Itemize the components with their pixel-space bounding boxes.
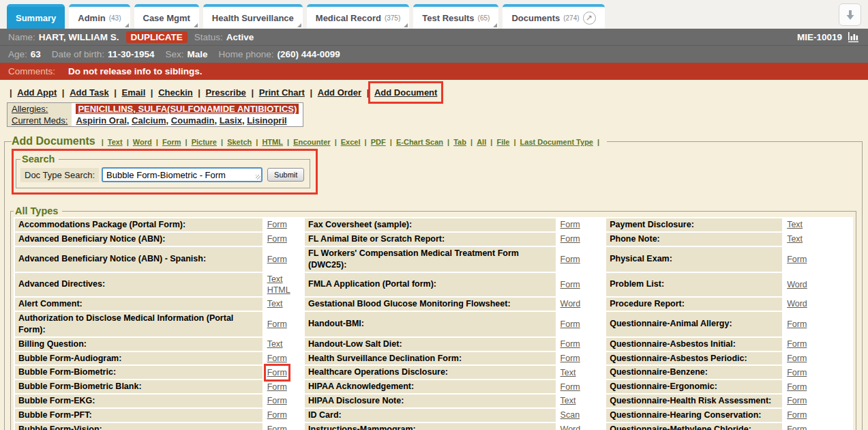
doc-type-label: Questionnaire-Ergonomic: <box>606 380 782 393</box>
tab-dropdown-caret-icon[interactable] <box>297 23 301 27</box>
payment-disclosure-text-link[interactable]: Text <box>787 219 803 230</box>
med-link-coumadin[interactable]: Coumadin <box>171 115 215 126</box>
doc-type-link-picture[interactable]: Picture <box>192 138 217 146</box>
tab-dropdown-caret-icon[interactable] <box>404 23 408 27</box>
add-appt-link[interactable]: Add Appt <box>17 87 57 98</box>
handout-low-salt-diet-form-link[interactable]: Form <box>560 339 580 349</box>
email-link[interactable]: Email <box>122 87 146 98</box>
instructions-mammogram-word-link[interactable]: Word <box>560 424 581 430</box>
add-document-link[interactable]: Add Document <box>374 87 437 98</box>
phone-note-text-link[interactable]: Text <box>787 233 803 244</box>
med-link-calcium[interactable]: Calcium <box>132 115 166 126</box>
healthcare-operations-disclosure-text-link[interactable]: Text <box>560 367 576 378</box>
doc-type-link-pdf[interactable]: PDF <box>371 138 386 146</box>
table-row: Bubble Form-Vision:FormInstructions-Mamm… <box>15 423 852 430</box>
doc-type-link-html[interactable]: HTML <box>262 138 283 146</box>
questionnaire-health-risk-assessment-form-link[interactable]: Form <box>787 395 807 406</box>
doc-type-link-word[interactable]: Word <box>133 138 152 146</box>
allergy-value-link[interactable]: PENICILLINS, SULFA(SULFONAMIDE ANTIBIOTI… <box>76 104 299 114</box>
print-chart-link[interactable]: Print Chart <box>259 87 305 98</box>
doc-type-link-e-chart-scan[interactable]: E-Chart Scan <box>396 138 443 146</box>
tab-dropdown-caret-icon[interactable] <box>125 23 129 27</box>
med-link-lasix[interactable]: Lasix <box>220 115 242 126</box>
prescribe-link[interactable]: Prescribe <box>206 87 246 98</box>
fl-animal-bite-or-scratch-report-form-link[interactable]: Form <box>560 233 580 244</box>
doc-type-link-cell: Form <box>557 247 605 272</box>
tab-dropdown-caret-icon[interactable] <box>493 23 497 27</box>
annotation-box-search: Search Doc Type Search: Submit <box>12 149 318 195</box>
doc-type-label: Bubble Form-EKG: <box>15 395 263 407</box>
add-order-link[interactable]: Add Order <box>318 87 361 98</box>
doc-type-link-form[interactable]: Form <box>162 138 181 146</box>
advanced-directives-text-link[interactable]: Text <box>267 274 300 285</box>
resize-grip-icon[interactable] <box>256 175 260 180</box>
alert-comment-text-link[interactable]: Text <box>267 298 283 309</box>
bubble-form-audiogram-form-link[interactable]: Form <box>267 353 287 364</box>
external-link-icon[interactable]: ↗ <box>583 12 596 25</box>
fmla-application-portal-form-form-link[interactable]: Form <box>560 279 580 290</box>
doc-type-link-all[interactable]: All <box>477 138 486 146</box>
hipaa-disclosure-note-text-link[interactable]: Text <box>560 395 576 406</box>
tab-test-results[interactable]: Test Results(65) <box>413 4 498 29</box>
tab-case-mgmt[interactable]: Case Mgmt <box>134 4 199 29</box>
doc-type-link-excel[interactable]: Excel <box>341 138 361 146</box>
questionnaire-asbestos-periodic-form-link[interactable]: Form <box>787 353 807 364</box>
bubble-form-vision-form-link[interactable]: Form <box>267 424 287 430</box>
doc-type-label: Fax Coversheet (sample): <box>305 218 556 231</box>
med-link-aspirin-oral[interactable]: Aspirin Oral <box>76 115 126 126</box>
advanced-beneficiary-notice-abn-spanish-form-link[interactable]: Form <box>267 254 287 265</box>
doc-type-search-input[interactable] <box>102 167 263 182</box>
tab-summary[interactable]: Summary <box>7 4 65 29</box>
doc-type-link-text[interactable]: Text <box>108 138 123 146</box>
hipaa-acknowledgement-form-link[interactable]: Form <box>560 382 580 392</box>
bubble-form-ekg-form-link[interactable]: Form <box>267 395 287 406</box>
doc-type-link-sketch[interactable]: Sketch <box>227 138 252 146</box>
fax-coversheet-sample-form-link[interactable]: Form <box>560 219 580 230</box>
handout-bmi-form-link[interactable]: Form <box>560 319 580 330</box>
doc-type-link-tab[interactable]: Tab <box>453 138 466 146</box>
advanced-beneficiary-notice-abn-form-link[interactable]: Form <box>267 233 287 244</box>
bubble-form-biometric-form-link[interactable]: Form <box>267 367 287 378</box>
id-card-scan-link[interactable]: Scan <box>560 410 580 420</box>
allergies-link[interactable]: Allergies: <box>12 104 48 114</box>
doc-type-link-file[interactable]: File <box>496 138 509 146</box>
bubble-form-biometric-blank-form-link[interactable]: Form <box>267 382 287 392</box>
procedure-report-word-link[interactable]: Word <box>787 298 807 309</box>
billing-question-text-link[interactable]: Text <box>267 339 283 349</box>
accommodations-package-portal-form-form-link[interactable]: Form <box>267 219 287 230</box>
fl-workers-compensation-medical-treatment-form-dwc25-form-link[interactable]: Form <box>560 254 580 265</box>
table-row: Advanced Beneficiary Notice (ABN):FormFL… <box>15 233 852 246</box>
tab-dropdown-caret-icon[interactable] <box>194 23 198 27</box>
tab-admin[interactable]: Admin(43) <box>69 4 130 29</box>
advanced-directives-html-link[interactable]: HTML <box>267 285 300 296</box>
add-task-link[interactable]: Add Task <box>70 87 109 98</box>
submit-button[interactable]: Submit <box>267 168 304 182</box>
current-meds-link[interactable]: Current Meds: <box>12 115 68 126</box>
patient-phone: (260) 444-0099 <box>278 49 340 59</box>
doc-type-link-last-document-type[interactable]: Last Document Type <box>520 138 593 146</box>
checkin-link[interactable]: Checkin <box>158 87 193 98</box>
health-surveillance-declination-form-form-link[interactable]: Form <box>560 353 580 364</box>
bubble-form-pft-form-link[interactable]: Form <box>267 410 287 420</box>
questionnaire-ergonomic-form-link[interactable]: Form <box>787 382 807 392</box>
comments-banner: Comments: Do not release info to sibling… <box>0 63 868 80</box>
questionnaire-animal-allergy-form-link[interactable]: Form <box>787 319 807 330</box>
physical-exam-form-link[interactable]: Form <box>787 254 807 265</box>
download-button[interactable] <box>839 3 861 26</box>
authorization-to-disclose-medical-information-portal-form-form-link[interactable]: Form <box>267 319 287 330</box>
doc-type-link-encounter[interactable]: Encounter <box>293 138 330 146</box>
gestational-blood-glucose-monitoring-flowsheet-word-link[interactable]: Word <box>560 298 581 309</box>
med-link-lisinopril[interactable]: Lisinopril <box>247 115 287 126</box>
chart-icon[interactable] <box>848 32 860 42</box>
add-documents-legend: Add Documents | Text | Word | Form | Pic… <box>12 135 607 147</box>
questionnaire-benzene-form-link[interactable]: Form <box>787 367 807 378</box>
tab-health-surveillance[interactable]: Health Surveillance <box>203 4 303 29</box>
problem-list-word-link[interactable]: Word <box>787 279 807 290</box>
questionnaire-methylene-chloride-form-link[interactable]: Form <box>787 424 807 430</box>
questionnaire-hearing-conservation-form-link[interactable]: Form <box>787 410 807 420</box>
doc-type-link-cell: Form <box>264 409 303 422</box>
tab-bar: SummaryAdmin(43)Case MgmtHealth Surveill… <box>0 0 868 29</box>
tab-documents[interactable]: Documents(274)↗ <box>503 4 604 29</box>
questionnaire-asbestos-initial-form-link[interactable]: Form <box>787 339 807 349</box>
tab-medical-record[interactable]: Medical Record(375) <box>307 4 409 29</box>
